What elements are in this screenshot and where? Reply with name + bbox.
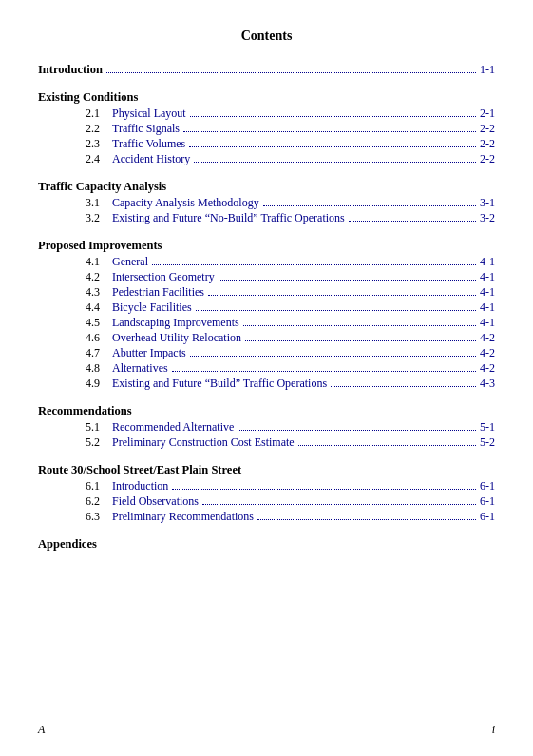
section-header-recommendations: Recommendations (38, 404, 495, 418)
toc-item-4-4: 4.4 Bicycle Facilities 4-1 (38, 300, 495, 315)
toc-item-2-3: 2.3 Traffic Volumes 2-2 (38, 137, 495, 151)
toc-item-4-7: 4.7 Abutter Impacts 4-2 (38, 346, 495, 360)
dots-4-8 (172, 371, 476, 372)
item-number-6-2: 6.2 (86, 494, 112, 509)
item-number-4-1: 4.1 (86, 255, 112, 269)
item-title-4-7: Abutter Impacts (112, 346, 186, 360)
toc-item-6-1: 6.1 Introduction 6-1 (38, 479, 495, 494)
item-page-6-1: 6-1 (480, 479, 495, 494)
item-page-4-7: 4-2 (480, 346, 495, 360)
item-title-4-8: Alternatives (112, 361, 168, 376)
section-title-existing-conditions: Existing Conditions (38, 90, 138, 105)
item-title-6-2: Field Observations (112, 494, 199, 509)
toc-item-5-1: 5.1 Recommended Alternative 5-1 (38, 420, 495, 435)
appendices-header: Appendices (38, 537, 495, 552)
dots-2-1 (190, 116, 476, 117)
toc-item-4-5: 4.5 Landscaping Improvements 4-1 (38, 316, 495, 330)
item-title-2-4: Accident History (112, 152, 190, 166)
item-title-5-1: Recommended Alternative (112, 420, 234, 435)
toc-container: Contents Introduction 1-1 Existing Condi… (38, 29, 495, 552)
dots-6-2 (202, 504, 476, 505)
item-page-4-9: 4-3 (480, 377, 495, 391)
item-number-4-5: 4.5 (86, 316, 112, 330)
item-number-2-2: 2.2 (86, 122, 112, 136)
toc-item-2-1: 2.1 Physical Layout 2-1 (38, 107, 495, 121)
item-page-6-2: 6-1 (480, 494, 495, 509)
intro-title: Introduction (38, 63, 103, 77)
dots-4-4 (196, 310, 476, 311)
toc-item-4-9: 4.9 Existing and Future “Build” Traffic … (38, 377, 495, 391)
item-page-4-4: 4-1 (480, 300, 495, 315)
toc-item-4-2: 4.2 Intersection Geometry 4-1 (38, 270, 495, 284)
item-title-5-2: Preliminary Construction Cost Estimate (112, 436, 295, 450)
footer-left: A (38, 723, 45, 737)
dots-5-1 (238, 430, 476, 431)
intro-row: Introduction 1-1 (38, 63, 495, 77)
item-title-4-5: Landscaping Improvements (112, 316, 239, 330)
item-title-2-2: Traffic Signals (112, 122, 180, 136)
section-title-route30: Route 30/School Street/East Plain Street (38, 463, 241, 477)
item-title-6-3: Preliminary Recommendations (112, 510, 254, 524)
page: Contents Introduction 1-1 Existing Condi… (0, 0, 533, 756)
item-page-6-3: 6-1 (480, 510, 495, 524)
item-title-3-1: Capacity Analysis Methodology (112, 196, 259, 210)
section-header-existing-conditions: Existing Conditions (38, 90, 495, 105)
toc-item-4-1: 4.1 General 4-1 (38, 255, 495, 269)
dots-4-7 (190, 356, 476, 357)
item-number-4-4: 4.4 (86, 300, 112, 315)
dots-2-4 (194, 162, 476, 163)
toc-item-3-2: 3.2 Existing and Future “No-Build” Traff… (38, 211, 495, 225)
dots-4-3 (208, 295, 476, 296)
item-number-6-3: 6.3 (86, 510, 112, 524)
dots-4-2 (219, 280, 476, 281)
footer-right: i (492, 723, 495, 737)
item-title-4-1: General (112, 255, 148, 269)
item-page-4-8: 4-2 (480, 361, 495, 376)
dots-3-2 (349, 221, 476, 222)
toc-item-2-4: 2.4 Accident History 2-2 (38, 152, 495, 166)
dots-4-6 (245, 340, 476, 341)
page-footer: A i (38, 723, 495, 737)
dots-4-1 (152, 264, 476, 265)
item-page-2-4: 2-2 (480, 152, 495, 166)
item-number-4-7: 4.7 (86, 346, 112, 360)
toc-item-4-3: 4.3 Pedestrian Facilities 4-1 (38, 285, 495, 300)
section-title-traffic-capacity: Traffic Capacity Analysis (38, 180, 166, 194)
dots-2-3 (189, 146, 476, 147)
item-page-4-1: 4-1 (480, 255, 495, 269)
page-title: Contents (38, 29, 495, 44)
toc-item-3-1: 3.1 Capacity Analysis Methodology 3-1 (38, 196, 495, 210)
item-number-5-2: 5.2 (86, 436, 112, 450)
item-page-4-2: 4-1 (480, 270, 495, 284)
section-title-proposed: Proposed Improvements (38, 239, 162, 253)
section-header-traffic-capacity: Traffic Capacity Analysis (38, 180, 495, 194)
item-number-2-3: 2.3 (86, 137, 112, 151)
intro-page: 1-1 (480, 63, 495, 77)
toc-item-6-3: 6.3 Preliminary Recommendations 6-1 (38, 510, 495, 524)
item-number-4-3: 4.3 (86, 285, 112, 300)
toc-item-6-2: 6.2 Field Observations 6-1 (38, 494, 495, 509)
item-number-4-2: 4.2 (86, 270, 112, 284)
item-title-4-6: Overhead Utility Relocation (112, 331, 241, 345)
item-number-3-1: 3.1 (86, 196, 112, 210)
dots-4-9 (331, 386, 476, 387)
item-page-3-2: 3-2 (480, 211, 495, 225)
item-page-4-6: 4-2 (480, 331, 495, 345)
dots-5-2 (298, 445, 476, 446)
item-title-2-1: Physical Layout (112, 107, 186, 121)
item-number-6-1: 6.1 (86, 479, 112, 494)
dots-6-3 (257, 519, 476, 520)
item-title-6-1: Introduction (112, 479, 168, 494)
item-number-4-9: 4.9 (86, 377, 112, 391)
item-page-4-3: 4-1 (480, 285, 495, 300)
item-title-2-3: Traffic Volumes (112, 137, 185, 151)
item-number-5-1: 5.1 (86, 420, 112, 435)
section-header-proposed: Proposed Improvements (38, 239, 495, 253)
item-page-2-1: 2-1 (480, 107, 495, 121)
item-number-2-1: 2.1 (86, 107, 112, 121)
item-page-4-5: 4-1 (480, 316, 495, 330)
toc-item-5-2: 5.2 Preliminary Construction Cost Estima… (38, 436, 495, 450)
intro-dots (106, 72, 476, 73)
dots-4-5 (243, 325, 476, 326)
item-title-4-9: Existing and Future “Build” Traffic Oper… (112, 377, 327, 391)
